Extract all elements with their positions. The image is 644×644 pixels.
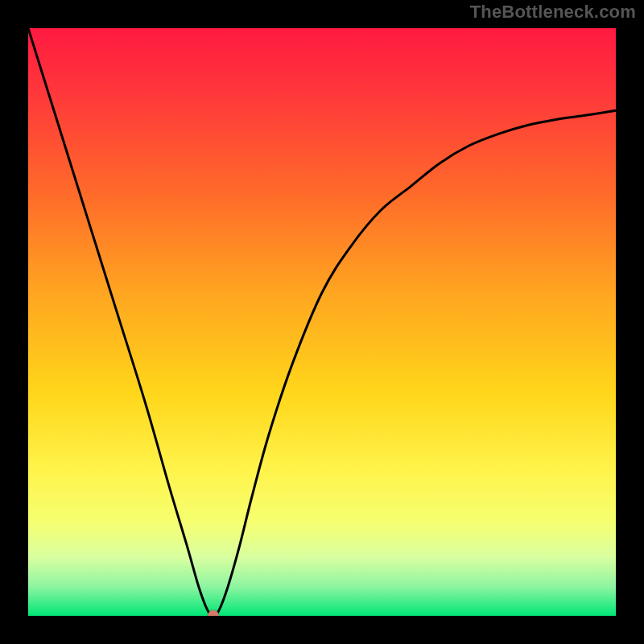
- chart-frame: TheBottleneck.com: [0, 0, 644, 644]
- watermark-text: TheBottleneck.com: [470, 2, 636, 23]
- bottleneck-curve: [28, 28, 616, 616]
- curve-svg: [28, 28, 616, 616]
- plot-area: [28, 28, 616, 616]
- optimal-point-marker: [208, 610, 219, 616]
